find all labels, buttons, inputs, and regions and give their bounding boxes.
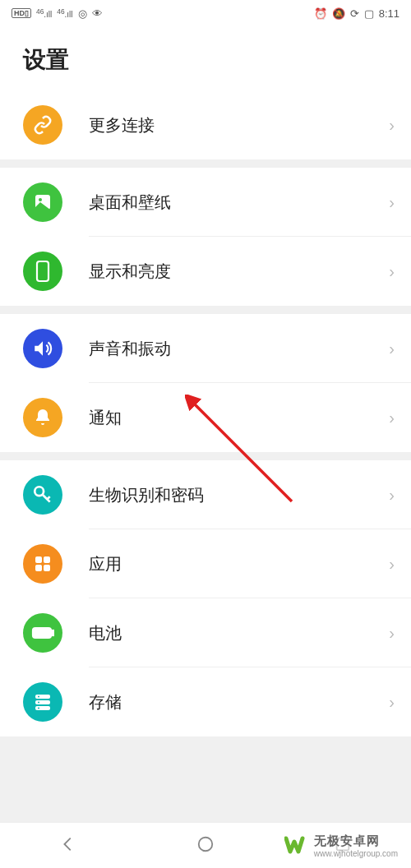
- chevron-right-icon: ›: [389, 262, 395, 281]
- settings-section: 桌面和壁纸 › 显示和亮度 ›: [0, 168, 411, 306]
- hd-indicator-icon: HD▯: [12, 8, 31, 18]
- svg-point-15: [38, 708, 39, 709]
- settings-item-label: 存储: [89, 691, 389, 713]
- eye-icon: 👁: [92, 7, 103, 20]
- settings-item-label: 应用: [89, 553, 389, 575]
- image-icon: [23, 182, 62, 222]
- svg-point-1: [39, 198, 42, 201]
- svg-rect-12: [35, 706, 50, 710]
- settings-section: 更多连接 ›: [0, 90, 411, 159]
- hotspot-icon: ◎: [78, 7, 87, 20]
- nav-back-button[interactable]: [59, 835, 77, 856]
- link-icon: [23, 105, 62, 145]
- settings-item-label: 声音和振动: [89, 338, 389, 360]
- settings-item-sound[interactable]: 声音和振动 ›: [0, 314, 411, 383]
- svg-rect-2: [37, 261, 48, 281]
- settings-section: 声音和振动 › 通知 ›: [0, 314, 411, 452]
- watermark: 无极安卓网 www.wjhotelgroup.com: [281, 832, 401, 860]
- chevron-right-icon: ›: [389, 193, 395, 212]
- settings-item-apps[interactable]: 应用 ›: [0, 529, 411, 598]
- settings-item-label: 更多连接: [89, 114, 389, 136]
- settings-item-more-connections[interactable]: 更多连接 ›: [0, 90, 411, 159]
- battery-icon: [23, 613, 62, 653]
- chevron-right-icon: ›: [389, 624, 395, 643]
- svg-rect-9: [52, 630, 53, 635]
- svg-rect-7: [44, 565, 50, 571]
- settings-section: 生物识别和密码 › 应用 › 电池 › 存储 ›: [0, 460, 411, 736]
- watermark-brand: 无极安卓网: [314, 833, 398, 849]
- page-title: 设置: [0, 26, 411, 90]
- settings-item-display[interactable]: 显示和亮度 ›: [0, 237, 411, 306]
- nav-home-button[interactable]: [196, 835, 215, 856]
- status-right: ⏰ 🔕 ⟳ ▢ 8:11: [314, 7, 399, 20]
- chevron-right-icon: ›: [389, 486, 395, 505]
- watermark-logo-icon: [284, 835, 309, 856]
- key-icon: [23, 475, 62, 515]
- settings-item-biometrics[interactable]: 生物识别和密码 ›: [0, 460, 411, 529]
- settings-item-label: 显示和亮度: [89, 261, 389, 283]
- phone-icon: [23, 252, 62, 291]
- settings-item-storage[interactable]: 存储 ›: [0, 667, 411, 736]
- svg-rect-6: [35, 565, 42, 571]
- chevron-right-icon: ›: [389, 693, 395, 712]
- settings-item-wallpaper[interactable]: 桌面和壁纸 ›: [0, 168, 411, 237]
- storage-icon: [23, 682, 62, 722]
- svg-point-13: [38, 696, 39, 698]
- sound-icon: [23, 329, 62, 368]
- chevron-right-icon: ›: [389, 116, 395, 135]
- bell-icon: [23, 398, 62, 437]
- chevron-right-icon: ›: [389, 339, 395, 358]
- status-bar: HD▯ 46.ıll 46.ıll ◎ 👁 ⏰ 🔕 ⟳ ▢ 8:11: [0, 0, 411, 26]
- svg-rect-4: [35, 556, 42, 563]
- settings-item-label: 电池: [89, 622, 389, 644]
- svg-point-17: [199, 837, 213, 851]
- alarm-icon: ⏰: [314, 7, 327, 20]
- svg-point-14: [38, 702, 39, 704]
- battery-icon: ▢: [364, 7, 374, 20]
- settings-item-notification[interactable]: 通知 ›: [0, 383, 411, 452]
- mute-icon: 🔕: [332, 7, 345, 20]
- chevron-right-icon: ›: [389, 409, 395, 427]
- settings-item-label: 生物识别和密码: [89, 484, 389, 506]
- signal-icon-2: 46.ıll: [57, 7, 72, 19]
- svg-point-3: [35, 487, 44, 496]
- settings-item-label: 桌面和壁纸: [89, 192, 389, 214]
- watermark-url: www.wjhotelgroup.com: [314, 849, 398, 858]
- svg-rect-8: [33, 628, 51, 638]
- signal-icon: 46.ıll: [36, 7, 52, 19]
- grid-icon: [23, 544, 62, 584]
- svg-rect-10: [35, 695, 50, 699]
- clock-text: 8:11: [379, 7, 399, 20]
- svg-rect-5: [44, 556, 50, 563]
- data-icon: ⟳: [350, 7, 359, 20]
- status-left: HD▯ 46.ıll 46.ıll ◎ 👁: [12, 7, 103, 20]
- svg-rect-11: [35, 700, 50, 704]
- settings-item-label: 通知: [89, 407, 389, 429]
- chevron-right-icon: ›: [389, 555, 395, 574]
- settings-item-battery[interactable]: 电池 ›: [0, 598, 411, 667]
